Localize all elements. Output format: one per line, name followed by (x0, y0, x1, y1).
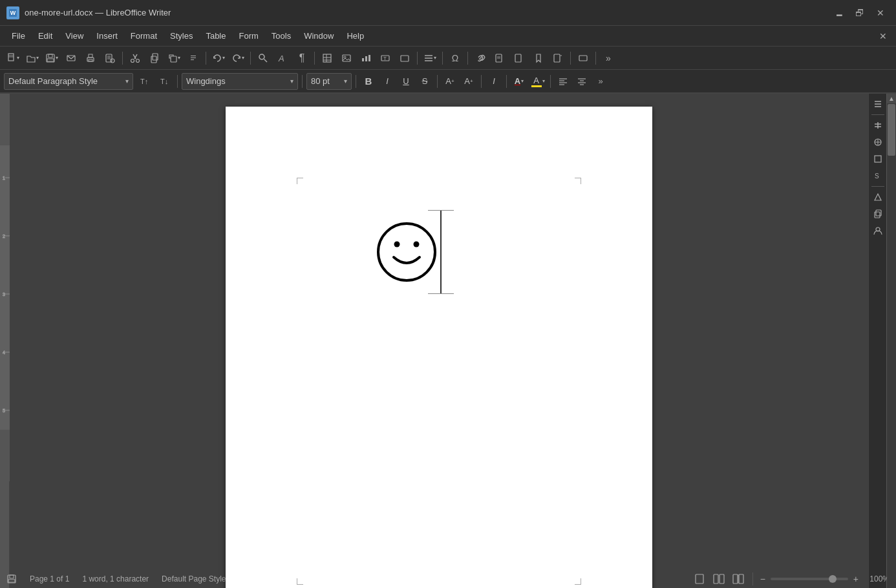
subscript-button[interactable]: A+ (460, 73, 477, 90)
menu-tools[interactable]: Tools (265, 28, 297, 43)
paste-button[interactable]: ▾ (165, 50, 183, 67)
textbox-button[interactable]: T (376, 50, 394, 67)
title-bar-controls: 🗕 🗗 ✕ (830, 6, 890, 19)
open-button[interactable]: ▾ (23, 50, 41, 67)
menu-file[interactable]: File (5, 28, 32, 43)
new-button[interactable]: ▾ (4, 50, 22, 67)
crossref-button[interactable] (549, 50, 567, 67)
menu-help[interactable]: Help (340, 28, 370, 43)
font-color-button[interactable]: A ▾ (511, 73, 528, 90)
italic-button[interactable]: I (379, 73, 396, 90)
redo-button[interactable]: ▾ (229, 50, 247, 67)
more-format-button[interactable]: » (592, 73, 609, 90)
sidebar-user-icon[interactable] (870, 223, 886, 238)
close-button[interactable]: ✕ (871, 6, 890, 19)
svg-point-17 (131, 59, 134, 62)
menu-styles[interactable]: Styles (164, 28, 199, 43)
textbox2-button[interactable] (574, 50, 592, 67)
comment-button[interactable] (510, 50, 528, 67)
sidebar-transform-icon[interactable] (870, 189, 886, 205)
status-right: − + 100% (692, 572, 890, 586)
sidebar-style-icon[interactable]: S (870, 168, 886, 184)
print-button[interactable] (81, 50, 100, 67)
menu-insert[interactable]: Insert (90, 28, 124, 43)
svg-text:S: S (875, 173, 879, 180)
restore-button[interactable]: 🗗 (851, 6, 869, 19)
menu-format[interactable]: Format (124, 28, 164, 43)
zoom-plus[interactable]: + (853, 574, 859, 584)
underline-button[interactable]: U (398, 73, 414, 90)
paragraph-style-dropdown[interactable]: Default Paragraph Style ▾ (4, 73, 133, 90)
document-area[interactable] (10, 94, 868, 588)
svg-rect-112 (733, 574, 738, 583)
superscript-button[interactable]: A+ (442, 73, 458, 90)
copy-button[interactable] (145, 50, 164, 67)
toolbar1: ▾ ▾ ▾ ▾ ▾ ▾ A ¶ (0, 47, 896, 70)
hyperlink-button[interactable] (471, 50, 489, 67)
minimize-button[interactable]: 🗕 (830, 6, 848, 19)
oblique-button[interactable]: I (485, 73, 502, 90)
preview-button[interactable] (101, 50, 119, 67)
scroll-up-button[interactable]: ▲ (887, 94, 896, 103)
cut-button[interactable] (126, 50, 144, 67)
svg-point-90 (394, 242, 400, 247)
bookmark-button[interactable] (529, 50, 548, 67)
paragraph-style-text: Default Paragraph Style (8, 76, 98, 86)
zoom-minus[interactable]: − (760, 574, 765, 584)
right-sidebar: S (868, 94, 886, 588)
smiley-content[interactable] (374, 210, 442, 294)
title-bar: W one-more-url.docx — LibreOffice Writer… (0, 0, 896, 26)
chart-button[interactable] (357, 50, 375, 67)
strikethrough-button[interactable]: S (416, 73, 433, 90)
scroll-thumb[interactable] (888, 104, 895, 156)
find-button[interactable] (254, 50, 272, 67)
align-button[interactable]: ▾ (421, 50, 439, 67)
font-size-arrow: ▾ (344, 78, 347, 85)
clone-button[interactable] (184, 50, 202, 67)
paragraph-button[interactable]: ¶ (293, 50, 311, 67)
layout-double-button[interactable] (712, 572, 726, 586)
email-button[interactable] (62, 50, 80, 67)
zoom-slider[interactable] (771, 578, 848, 580)
align-center-button[interactable] (573, 73, 590, 90)
table-button[interactable] (318, 50, 336, 67)
scroll-track[interactable] (887, 103, 896, 588)
zoom-thumb[interactable] (829, 575, 837, 583)
new-style-button[interactable]: T↑ (135, 73, 153, 90)
menu-table[interactable]: Table (199, 28, 232, 43)
undo-button[interactable]: ▾ (209, 50, 228, 67)
symbol-button[interactable]: Ω (446, 50, 464, 67)
font-name-dropdown[interactable]: Wingdings ▾ (182, 73, 298, 90)
sidebar-nav-icon[interactable] (870, 134, 886, 150)
layout-single-button[interactable] (692, 572, 707, 586)
update-style-button[interactable]: T↓ (155, 73, 173, 90)
svg-rect-104 (875, 212, 880, 218)
image-button[interactable] (337, 50, 356, 67)
svg-rect-106 (8, 575, 16, 583)
sidebar-page-icon[interactable] (870, 151, 886, 167)
menu-window[interactable]: Window (297, 28, 340, 43)
svg-rect-113 (739, 574, 743, 583)
sidebar-resize-icon[interactable] (870, 118, 886, 133)
highlight-color-button[interactable]: A ▾ (529, 73, 546, 90)
footnote-button[interactable] (491, 50, 509, 67)
svg-rect-20 (151, 56, 156, 63)
sidebar-copy-icon[interactable] (870, 206, 886, 222)
layout-book-button[interactable] (731, 572, 745, 586)
menu-form[interactable]: Form (232, 28, 264, 43)
menu-edit[interactable]: Edit (32, 28, 59, 43)
menu-view[interactable]: View (59, 28, 90, 43)
font-button[interactable]: A (273, 50, 292, 67)
svg-rect-32 (365, 56, 367, 61)
svg-text:T: T (383, 56, 387, 61)
bold-button[interactable]: B (360, 73, 377, 90)
font-name-arrow: ▾ (290, 78, 293, 85)
shape-button[interactable] (396, 50, 414, 67)
vertical-scrollbar[interactable]: ▲ ▼ (886, 94, 896, 588)
align-left-button[interactable] (555, 73, 571, 90)
menu-close-button[interactable]: ✕ (875, 28, 891, 44)
more-button1[interactable]: » (599, 50, 617, 67)
save-button[interactable]: ▾ (43, 50, 61, 67)
font-size-dropdown[interactable]: 80 pt ▾ (306, 73, 352, 90)
sidebar-list-icon[interactable] (870, 96, 886, 112)
